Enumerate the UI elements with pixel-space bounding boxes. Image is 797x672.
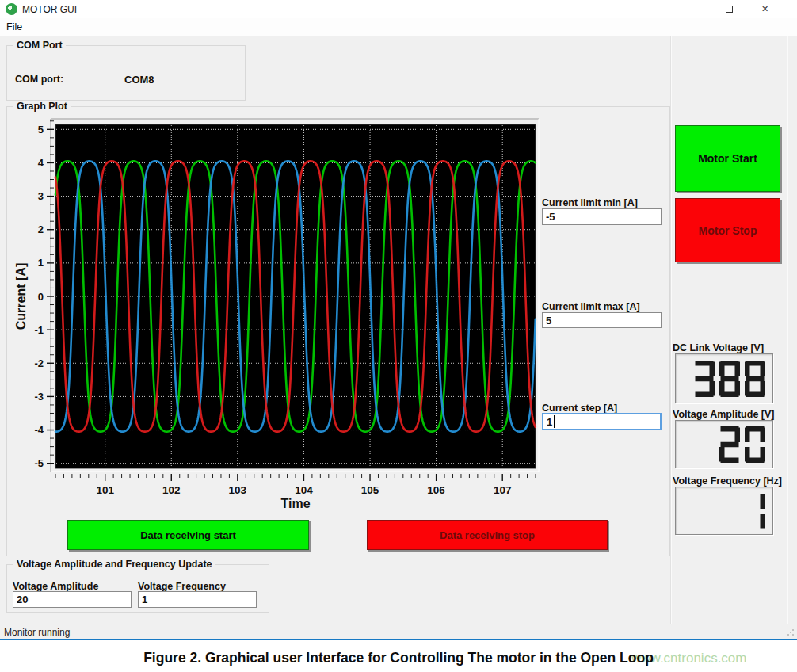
- voltage-amplitude-display: [675, 420, 773, 468]
- svg-text:2: 2: [38, 223, 44, 235]
- svg-text:103: 103: [229, 484, 247, 496]
- minimize-button[interactable]: —: [676, 0, 711, 18]
- com-port-value: COM8: [124, 74, 154, 86]
- maximize-icon: [726, 6, 733, 13]
- text-caret: [554, 415, 555, 428]
- svg-text:5: 5: [38, 124, 44, 136]
- com-port-group: COM Port COM port: COM8: [6, 45, 246, 101]
- voltage-amplitude-display-label: Voltage Amplitude [V]: [673, 409, 774, 420]
- svg-text:105: 105: [361, 484, 379, 496]
- current-limit-min-input[interactable]: [542, 208, 662, 225]
- svg-text:-3: -3: [34, 391, 44, 403]
- voltage-frequency-input[interactable]: [138, 591, 257, 608]
- status-bar: Monitor running: [0, 624, 797, 639]
- close-button[interactable]: ✕: [747, 0, 783, 18]
- svg-text:101: 101: [96, 484, 114, 496]
- svg-text:107: 107: [494, 484, 512, 496]
- panel-separator: [670, 36, 671, 624]
- panel-separator-right: [787, 36, 787, 624]
- motor-stop-button[interactable]: Motor Stop: [675, 198, 780, 262]
- motor-start-button[interactable]: Motor Start: [675, 125, 780, 192]
- menu-file[interactable]: File: [6, 21, 22, 32]
- current-limit-max-input[interactable]: [542, 312, 662, 328]
- svg-text:1: 1: [38, 257, 44, 269]
- svg-text:3: 3: [38, 190, 44, 202]
- com-port-label: COM port:: [15, 74, 63, 85]
- dc-link-voltage-label: DC Link Voltage [V]: [673, 342, 764, 353]
- maximize-button[interactable]: [711, 0, 747, 18]
- svg-text:-4: -4: [34, 424, 44, 436]
- svg-text:104: 104: [295, 484, 313, 496]
- current-limit-max-label: Current limit max [A]: [542, 301, 640, 312]
- current-limit-min-label: Current limit min [A]: [542, 197, 638, 208]
- svg-text:106: 106: [427, 484, 445, 496]
- menu-bar: File: [0, 18, 797, 36]
- svg-text:Time: Time: [280, 497, 310, 510]
- com-port-group-label: COM Port: [13, 40, 66, 51]
- resize-grip-icon[interactable]: [787, 628, 795, 636]
- voltage-amplitude-input[interactable]: [13, 591, 132, 608]
- graph-plot-group-label: Graph Plot: [13, 101, 71, 112]
- svg-text:102: 102: [162, 484, 181, 496]
- svg-text:-1: -1: [34, 324, 44, 336]
- voltage-amplitude-input-label: Voltage Amplitude: [13, 581, 98, 592]
- window-title: MOTOR GUI: [22, 4, 77, 15]
- voltage-frequency-input-label: Voltage Frequency: [138, 581, 226, 592]
- dc-link-voltage-display: [675, 353, 773, 403]
- svg-text:4: 4: [38, 157, 44, 169]
- title-bar: MOTOR GUI — ✕: [0, 0, 797, 18]
- voltage-frequency-display: [675, 487, 773, 535]
- svg-text:-2: -2: [34, 357, 44, 369]
- voltage-frequency-display-label: Voltage Frequency [Hz]: [673, 475, 782, 487]
- figure-caption: Figure 2. Graphical user Interface for C…: [0, 650, 797, 666]
- current-step-input[interactable]: [542, 413, 662, 430]
- svg-text:Current [A]: Current [A]: [14, 263, 28, 330]
- figure-footer: www.cntronics.com Figure 2. Graphical us…: [0, 640, 797, 672]
- data-receiving-start-button[interactable]: Data receiving start: [67, 520, 309, 550]
- current-step-label: Current step [A]: [542, 403, 617, 414]
- app-icon: [6, 3, 17, 15]
- status-text: Monitor running: [4, 627, 70, 638]
- current-waveform-plot: -5-4-3-2-1012345101102103104105106107Tim…: [14, 111, 555, 517]
- data-receiving-stop-button[interactable]: Data receiving stop: [367, 520, 608, 550]
- voltage-update-group-label: Voltage Amplitude and Frequency Update: [13, 559, 215, 570]
- svg-text:0: 0: [38, 291, 44, 303]
- svg-text:-5: -5: [34, 457, 44, 469]
- motor-gui-window: MOTOR GUI — ✕ File COM Port COM port: CO…: [0, 0, 797, 672]
